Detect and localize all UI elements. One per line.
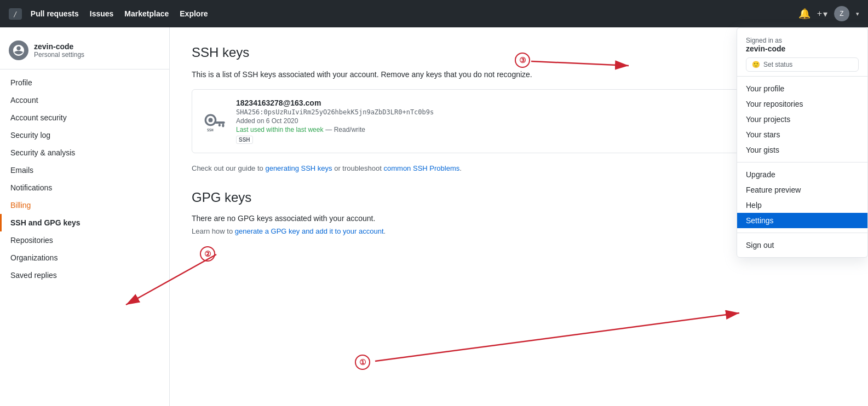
user-dropdown-menu: Signed in as zevin-code 🙂 Set status You…	[737, 27, 868, 258]
ssh-type-label: SSH	[236, 136, 253, 144]
svg-rect-3	[222, 123, 224, 127]
nav-explore[interactable]: Explore	[180, 9, 208, 18]
sidebar-user-info: zevin-code Personal settings	[0, 36, 169, 69]
dropdown-your-repositories[interactable]: Your repositories	[737, 96, 867, 112]
sidebar-item-organizations[interactable]: Organizations	[0, 249, 169, 266]
user-avatar-button[interactable]: Z	[834, 6, 849, 21]
dropdown-divider-2	[737, 162, 867, 163]
sidebar-item-emails[interactable]: Emails	[0, 161, 169, 179]
generating-ssh-keys-link[interactable]: generating SSH keys	[265, 164, 332, 172]
ssh-key-fingerprint: SHA256:0psUzRuIviRm25yO26hbekK5jn9aZbD3L…	[236, 108, 795, 116]
avatar-chevron-icon: ▾	[856, 10, 859, 18]
ssh-key-info: 18234163278@163.com SHA256:0psUzRuIviRm2…	[236, 98, 795, 144]
sidebar-item-security-log[interactable]: Security log	[0, 126, 169, 144]
topnav-right: 🔔 + ▾ Z ▾	[798, 6, 859, 21]
sidebar-item-security-analysis[interactable]: Security & analysis	[0, 144, 169, 161]
dropdown-your-projects[interactable]: Your projects	[737, 112, 867, 127]
sidebar-avatar	[9, 40, 28, 60]
set-status-button[interactable]: 🙂 Set status	[746, 57, 859, 72]
topnav-links: Pull requests Issues Marketplace Explore	[31, 9, 790, 18]
nav-issues[interactable]: Issues	[90, 9, 114, 18]
ssh-key-access: — Read/write	[325, 126, 365, 134]
dropdown-username: zevin-code	[746, 44, 785, 53]
logo-icon[interactable]: /	[9, 8, 22, 20]
dropdown-settings[interactable]: Settings	[737, 213, 867, 228]
svg-rect-4	[219, 123, 221, 126]
dropdown-sign-out[interactable]: Sign out	[737, 237, 867, 253]
sidebar-item-repositories[interactable]: Repositories	[0, 231, 169, 249]
svg-point-1	[209, 118, 213, 122]
nav-pull-requests[interactable]: Pull requests	[31, 9, 79, 18]
ssh-key-last-used: Last used within the last week — Read/wr…	[236, 125, 795, 134]
dropdown-signed-in-label: Signed in as zevin-code	[737, 32, 867, 55]
dropdown-your-gists[interactable]: Your gists	[737, 142, 867, 158]
dropdown-help[interactable]: Help	[737, 198, 867, 213]
gpg-section-title: GPG keys	[192, 190, 251, 205]
dropdown-divider-1	[737, 76, 867, 77]
ssh-section-title: SSH keys	[192, 45, 249, 60]
sidebar-item-profile[interactable]: Profile	[0, 74, 169, 91]
smiley-icon: 🙂	[752, 61, 760, 68]
annotation-circle-3: ③	[515, 53, 530, 68]
nav-marketplace[interactable]: Marketplace	[124, 9, 169, 18]
ssh-key-date: Added on 6 Oct 2020	[236, 117, 795, 125]
svg-rect-2	[215, 121, 225, 124]
sidebar-item-notifications[interactable]: Notifications	[0, 179, 169, 196]
sidebar-item-billing[interactable]: Billing	[0, 196, 169, 214]
create-new-button[interactable]: + ▾	[817, 9, 827, 19]
svg-text:SSH: SSH	[207, 128, 214, 132]
notification-bell-icon[interactable]: 🔔	[798, 8, 810, 20]
dropdown-feature-preview[interactable]: Feature preview	[737, 182, 867, 198]
sidebar-item-account-security[interactable]: Account security	[0, 109, 169, 126]
sidebar-item-saved-replies[interactable]: Saved replies	[0, 266, 169, 284]
common-ssh-problems-link[interactable]: common SSH Problems	[384, 164, 460, 172]
plus-chevron-icon: ▾	[823, 9, 827, 19]
dropdown-divider-3	[737, 233, 867, 233]
annotation-circle-2: ②	[200, 246, 215, 262]
sidebar-subtitle: Personal settings	[34, 51, 84, 59]
dropdown-upgrade[interactable]: Upgrade	[737, 167, 867, 182]
topnav: / Pull requests Issues Marketplace Explo…	[0, 0, 868, 27]
ssh-key-email: 18234163278@163.com	[236, 98, 795, 107]
ssh-key-icon: SSH	[201, 108, 227, 135]
sidebar: zevin-code Personal settings Profile Acc…	[0, 27, 170, 406]
annotation-circle-1: ①	[355, 355, 370, 370]
dropdown-your-profile[interactable]: Your profile	[737, 81, 867, 96]
generate-gpg-key-link[interactable]: generate a GPG key and add it to your ac…	[235, 227, 384, 235]
sidebar-item-account[interactable]: Account	[0, 91, 169, 109]
sidebar-user-details: zevin-code Personal settings	[34, 42, 84, 59]
dropdown-your-stars[interactable]: Your stars	[737, 127, 867, 142]
plus-icon: +	[817, 9, 822, 19]
sidebar-username: zevin-code	[34, 42, 84, 51]
sidebar-item-ssh-gpg-keys[interactable]: SSH and GPG keys	[0, 214, 169, 231]
